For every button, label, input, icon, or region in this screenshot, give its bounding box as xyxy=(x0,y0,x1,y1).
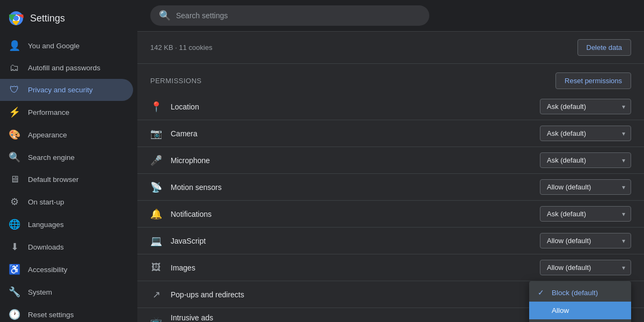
javascript-select[interactable]: Allow (default) ▾ xyxy=(540,233,631,248)
delete-data-button[interactable]: Delete data xyxy=(577,39,632,56)
sidebar-item-accessibility[interactable]: ♿Accessibility xyxy=(0,258,133,281)
images-icon: 🖼 xyxy=(150,262,162,273)
sidebar-item-label-default-browser: Default browser xyxy=(28,175,79,184)
sidebar-item-privacy[interactable]: 🛡Privacy and security xyxy=(0,79,133,101)
perm-left-location: 📍 Location xyxy=(150,101,199,113)
camera-select[interactable]: Ask (default) ▾ xyxy=(540,126,631,141)
sidebar-item-languages[interactable]: 🌐Languages xyxy=(0,213,133,236)
perm-left-images: 🖼 Images xyxy=(150,262,195,273)
content-area: 142 KB · 11 cookies Delete data Permissi… xyxy=(137,32,644,322)
sidebar-item-performance[interactable]: ⚡Performance xyxy=(0,101,133,123)
perm-name-camera: Camera xyxy=(171,129,197,138)
location-chevron: ▾ xyxy=(622,103,625,111)
perm-name-microphone: Microphone xyxy=(171,156,210,165)
javascript-value: Allow (default) xyxy=(547,237,591,245)
sidebar-item-label-reset-settings: Reset settings xyxy=(28,311,74,319)
sidebar-item-on-start-up[interactable]: ⚙On start-up xyxy=(0,191,133,213)
dropdown-item-block-(default)[interactable]: ✓Block (default) xyxy=(529,283,631,302)
dropdown-item-allow[interactable]: Allow xyxy=(529,302,631,319)
sidebar-item-label-accessibility: Accessibility xyxy=(28,266,68,274)
sidebar-item-label-privacy: Privacy and security xyxy=(28,86,93,94)
privacy-icon: 🛡 xyxy=(9,84,20,96)
sidebar-item-label-system: System xyxy=(28,288,52,296)
microphone-chevron: ▾ xyxy=(622,157,625,164)
sidebar-item-you-and-google[interactable]: 👤You and Google xyxy=(0,34,133,57)
intrusive-ads-name: Intrusive ads xyxy=(171,313,301,322)
sidebar: Settings 👤You and Google🗂Autofill and pa… xyxy=(0,0,137,322)
permission-row-pop-ups: ↗ Pop-ups and redirects Block (default) … xyxy=(137,281,644,308)
images-value: Allow (default) xyxy=(547,264,591,272)
perm-left-intrusive-ads: 📺 Intrusive ads Block if site shows intr… xyxy=(150,313,301,322)
notifications-icon: 🔔 xyxy=(150,208,162,220)
perm-left-javascript: 💻 JavaScript xyxy=(150,235,206,247)
perm-name-pop-ups: Pop-ups and redirects xyxy=(171,290,244,299)
sidebar-item-label-autofill: Autofill and passwords xyxy=(28,64,100,72)
images-select[interactable]: Allow (default) ▾ xyxy=(540,260,631,275)
sidebar-item-downloads[interactable]: ⬇Downloads xyxy=(0,236,133,258)
motion-sensors-icon: 📡 xyxy=(150,181,162,193)
sidebar-title: Settings xyxy=(30,13,65,24)
perm-name-motion-sensors: Motion sensors xyxy=(171,183,222,192)
notifications-select[interactable]: Ask (default) ▾ xyxy=(540,206,631,222)
motion-sensors-chevron: ▾ xyxy=(622,184,625,191)
motion-sensors-value: Allow (default) xyxy=(547,183,591,191)
sidebar-item-search-engine[interactable]: 🔍Search engine xyxy=(0,146,133,169)
sidebar-item-label-on-start-up: On start-up xyxy=(28,198,64,206)
camera-value: Ask (default) xyxy=(547,129,586,137)
sidebar-header: Settings xyxy=(0,4,137,34)
permission-row-javascript: 💻 JavaScript Allow (default) ▾ xyxy=(137,228,644,254)
search-box[interactable]: 🔍 xyxy=(150,5,429,26)
motion-sensors-select[interactable]: Allow (default) ▾ xyxy=(540,179,631,195)
perm-name-javascript: JavaScript xyxy=(171,237,206,245)
dropdown-option-label: Allow xyxy=(552,306,569,314)
sidebar-item-reset-settings[interactable]: 🕐Reset settings xyxy=(0,303,133,322)
main-content: 🔍 142 KB · 11 cookies Delete data Permis… xyxy=(137,0,644,322)
system-icon: 🔧 xyxy=(9,286,20,298)
javascript-icon: 💻 xyxy=(150,235,162,247)
permission-row-camera: 📷 Camera Ask (default) ▾ xyxy=(137,120,644,147)
intrusive-ads-text: Intrusive ads Block if site shows intrus… xyxy=(171,313,301,322)
search-input[interactable] xyxy=(176,11,421,20)
perm-name-notifications: Notifications xyxy=(171,210,211,218)
permissions-label: Permissions xyxy=(150,77,202,85)
dropdown-option-label: Block (default) xyxy=(552,289,598,297)
search-icon: 🔍 xyxy=(159,10,171,21)
reset-permissions-button[interactable]: Reset permissions xyxy=(555,72,631,89)
sidebar-item-system[interactable]: 🔧System xyxy=(0,281,133,303)
sidebar-item-label-appearance: Appearance xyxy=(28,131,67,139)
perm-left-motion-sensors: 📡 Motion sensors xyxy=(150,181,222,193)
search-engine-icon: 🔍 xyxy=(9,151,20,163)
camera-chevron: ▾ xyxy=(622,130,625,137)
dropdown-item-block[interactable]: Block xyxy=(529,319,631,322)
default-browser-icon: 🖥 xyxy=(9,174,20,185)
microphone-value: Ask (default) xyxy=(547,156,586,164)
sidebar-item-default-browser[interactable]: 🖥Default browser xyxy=(0,169,133,191)
location-select[interactable]: Ask (default) ▾ xyxy=(540,99,631,114)
on-start-up-icon: ⚙ xyxy=(9,196,20,208)
microphone-select[interactable]: Ask (default) ▾ xyxy=(540,152,631,168)
permission-row-notifications: 🔔 Notifications Ask (default) ▾ xyxy=(137,201,644,228)
performance-icon: ⚡ xyxy=(9,106,20,118)
permission-row-images: 🖼 Images Allow (default) ▾ xyxy=(137,254,644,281)
reset-settings-icon: 🕐 xyxy=(9,309,20,320)
permissions-list: 📍 Location Ask (default) ▾ 📷 Camera Ask … xyxy=(137,93,644,322)
intrusive-ads-icon: 📺 xyxy=(150,316,162,322)
sidebar-item-appearance[interactable]: 🎨Appearance xyxy=(0,123,133,146)
you-and-google-icon: 👤 xyxy=(9,40,20,52)
permission-row-location: 📍 Location Ask (default) ▾ xyxy=(137,93,644,120)
perm-name-images: Images xyxy=(171,264,195,272)
perm-left-camera: 📷 Camera xyxy=(150,128,197,140)
sidebar-item-label-languages: Languages xyxy=(28,221,64,229)
autofill-icon: 🗂 xyxy=(9,62,20,74)
pop-ups-icon: ↗ xyxy=(150,289,162,301)
cookie-info: 142 KB · 11 cookies xyxy=(150,43,213,52)
cookie-row: 142 KB · 11 cookies Delete data xyxy=(137,32,644,64)
sidebar-nav: 👤You and Google🗂Autofill and passwords🛡P… xyxy=(0,34,137,322)
microphone-icon: 🎤 xyxy=(150,155,162,166)
permissions-header: Permissions Reset permissions xyxy=(137,64,644,93)
check-icon: ✓ xyxy=(538,288,546,297)
sidebar-item-label-performance: Performance xyxy=(28,108,69,116)
sidebar-item-autofill[interactable]: 🗂Autofill and passwords xyxy=(0,57,133,79)
sidebar-item-label-you-and-google: You and Google xyxy=(28,42,79,50)
sidebar-item-label-search-engine: Search engine xyxy=(28,153,75,162)
